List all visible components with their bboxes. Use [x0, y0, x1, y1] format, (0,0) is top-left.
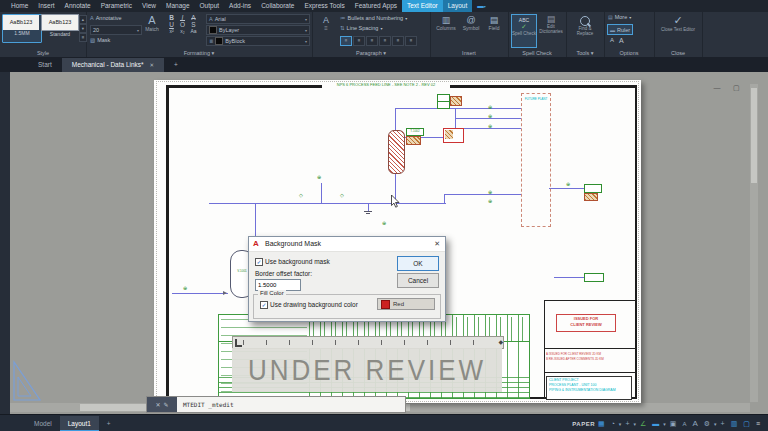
font-combo[interactable]: A Arial▾ [206, 14, 310, 24]
use-drawing-bg-label: Use drawing background color [270, 301, 358, 308]
dialog-close-icon[interactable]: ✕ [434, 240, 440, 248]
object-snap-icon[interactable]: ▬ [649, 420, 662, 427]
bullets-button[interactable]: ≔ Bullets and Numbering ▾ [340, 15, 407, 21]
columns-button[interactable]: ▥ Columns [434, 15, 458, 31]
tab-output[interactable]: Output [195, 0, 225, 12]
annotation-monitor-icon[interactable]: + [718, 420, 728, 427]
annotation-visibility-icon[interactable]: A [679, 421, 689, 427]
ruler-toggle-button[interactable]: ▬ Ruler [607, 24, 633, 35]
style-tile-standard[interactable]: AaBb123 Standard [41, 14, 79, 41]
file-tab-drawing[interactable]: Mechanical - Data Links* ✕ [62, 58, 164, 72]
overline-button[interactable]: O [177, 21, 188, 28]
tab-home[interactable]: Home [6, 0, 33, 12]
more-options-button[interactable]: ▤ More ▾ [608, 14, 631, 20]
snap-icon[interactable]: ◔ [608, 420, 618, 427]
paper-space-indicator[interactable]: PAPER [572, 421, 595, 427]
style-tile-current[interactable]: AaBb123 1.5MM [2, 14, 42, 43]
tab-express-tools[interactable]: Express Tools [299, 0, 349, 12]
mtext-edit-box[interactable]: UNDER REVIEW [232, 348, 502, 392]
close-text-editor-button[interactable]: ✓ Close Text Editor [660, 14, 696, 32]
dynamic-input-icon[interactable]: + [622, 420, 632, 427]
dialog-title-bar[interactable]: A Background Mask ✕ [249, 237, 445, 252]
tab-insert[interactable]: Insert [33, 0, 59, 12]
justify-left-button[interactable]: ≡ [340, 36, 352, 46]
style-name-2: Standard [41, 31, 79, 37]
workspace-gear-icon[interactable]: ⚙ [701, 420, 713, 428]
file-tab-start[interactable]: Start [28, 58, 62, 72]
use-mask-checkbox[interactable]: ✓ [255, 258, 263, 266]
restore-icon[interactable]: ▢ [729, 84, 744, 91]
tab-text-editor[interactable]: Text Editor [402, 0, 443, 12]
tab-featured-apps[interactable]: Featured Apps [350, 0, 402, 12]
tab-collaborate[interactable]: Collaborate [256, 0, 299, 12]
justify-right-button[interactable]: ≡ [366, 36, 378, 46]
review-stamp: ISSUED FOR CLIENT REVIEW [556, 314, 616, 332]
justify-bottom-button[interactable]: ≡ [405, 36, 417, 46]
command-line-grip[interactable]: ✕ ✎ [147, 397, 177, 412]
justify-distribute-button[interactable]: ≡ [379, 36, 391, 46]
find-replace-button[interactable]: Find & Replace [571, 15, 599, 36]
use-drawing-bg-checkbox[interactable]: ✓ [260, 301, 268, 309]
redo-icon[interactable]: A [619, 37, 624, 44]
minimize-icon[interactable]: — [710, 84, 725, 91]
mtext-content[interactable]: UNDER REVIEW [248, 353, 486, 387]
style-preview-1: AaBb123 [3, 15, 39, 30]
customization-menu-icon[interactable]: ≡ [753, 420, 768, 427]
hardware-acceleration-icon[interactable]: ▥ [728, 420, 741, 428]
change-case-button[interactable]: Aa [188, 28, 199, 34]
undo-icon[interactable]: A [610, 37, 614, 44]
ribbon-toggle-icon[interactable]: ▬▾ [472, 0, 491, 12]
cancel-command-icon[interactable]: ✕ [155, 401, 160, 408]
italic-button[interactable]: I [177, 14, 188, 21]
fill-color-combo[interactable]: Red [377, 298, 435, 310]
drawing-viewport[interactable]: — ▢ ✕ NPS 6 PROCESS FEED LINE - SEE NOTE… [0, 72, 768, 414]
spell-check-button[interactable]: ABC ✓ Spell Check [511, 14, 537, 48]
tab-manage[interactable]: Manage [161, 0, 195, 12]
model-tab[interactable]: Model [26, 416, 60, 431]
bold-button[interactable]: B [166, 14, 177, 21]
symbol-button[interactable]: @ Symbol [460, 15, 482, 31]
tab-addins[interactable]: Add-ins [224, 0, 256, 12]
vertical-scrollbar[interactable] [750, 84, 758, 402]
tab-layout[interactable]: Layout [443, 0, 473, 12]
edit-dictionaries-button[interactable]: ▤ Edit Dictionaries [538, 14, 564, 34]
layout1-tab[interactable]: Layout1 [60, 416, 99, 431]
tab-parametric[interactable]: Parametric [96, 0, 137, 12]
ucs-icon[interactable] [10, 354, 46, 404]
underline-button[interactable]: U [166, 21, 177, 28]
tab-annotate[interactable]: Annotate [60, 0, 96, 12]
instrument-diamond: ◇ [340, 193, 344, 198]
close-drawing-icon[interactable]: ✕ [145, 62, 154, 68]
grid-icon[interactable]: ▦ [595, 420, 608, 428]
superscript-button[interactable]: x² [166, 28, 177, 34]
command-line[interactable]: ✕ ✎ MTEDIT _mtedit [146, 396, 406, 413]
polar-tracking-icon[interactable]: ∠ [637, 420, 649, 428]
background-mask-button[interactable]: ▨ Mask [90, 37, 110, 43]
justification-button[interactable]: A ≡ [316, 15, 336, 31]
vertical-scrollbar-thumb[interactable] [751, 88, 757, 183]
field-button[interactable]: ▤ Field [484, 15, 504, 31]
text-color-combo[interactable]: ByLayer▾ [206, 25, 310, 35]
cancel-button[interactable]: Cancel [397, 273, 439, 288]
line-spacing-button[interactable]: ⇅ Line Spacing ▾ [340, 25, 382, 31]
width-grip-icon[interactable]: ◆ [498, 339, 503, 345]
subscript-button[interactable]: x₂ [177, 28, 188, 34]
stack-button[interactable]: S [188, 21, 199, 28]
new-drawing-tab-button[interactable]: + [164, 58, 188, 72]
isodraft-icon[interactable]: ▣ [667, 420, 680, 428]
ok-button[interactable]: OK [397, 256, 439, 271]
tab-stop-icon[interactable] [235, 339, 242, 347]
clean-screen-icon[interactable]: ▢ [740, 420, 753, 428]
match-properties-button[interactable]: A Match [142, 14, 162, 32]
tab-view[interactable]: View [137, 0, 161, 12]
annotation-scale-icon[interactable]: A [689, 419, 700, 428]
background-color-combo[interactable]: ≣ ByBlock▾ [206, 36, 310, 46]
justify-top-button[interactable]: ≡ [392, 36, 404, 46]
strikethrough-button[interactable]: A [188, 14, 199, 21]
annotative-button[interactable]: A Annotative [90, 15, 122, 21]
command-input[interactable]: MTEDIT _mtedit [177, 401, 234, 408]
text-height-combo[interactable]: 20▾ [90, 25, 142, 35]
justify-center-button[interactable]: ≡ [353, 36, 365, 46]
customize-icon[interactable]: ✎ [164, 401, 169, 408]
add-layout-button[interactable]: + [99, 416, 119, 431]
